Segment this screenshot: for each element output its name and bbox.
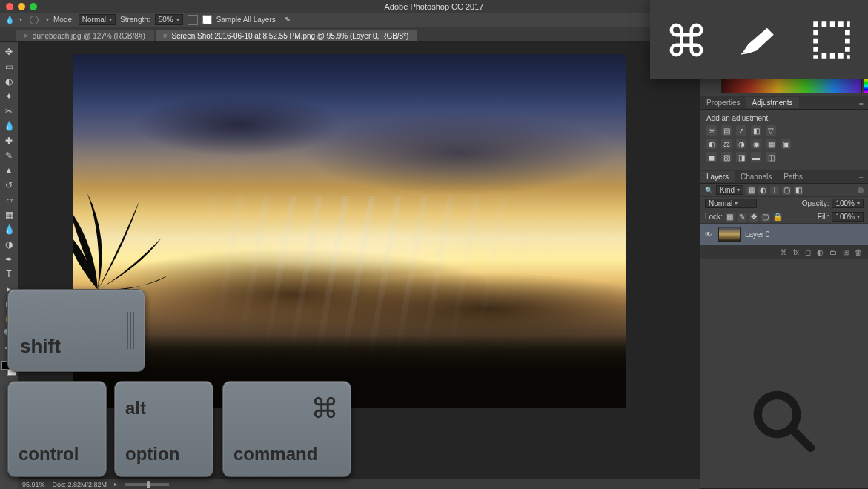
history-brush-tool-icon[interactable]: ↺ [1,179,16,192]
clone-stamp-tool-icon[interactable]: ▲ [1,164,16,177]
close-icon[interactable]: × [163,32,168,40]
tab-channels[interactable]: Channels [735,171,778,182]
layer-name[interactable]: Layer 0 [745,230,769,239]
layer-thumbnail[interactable] [718,227,741,242]
opacity-select[interactable]: 100% ▾ [832,199,864,208]
svg-line-18 [791,428,810,448]
key-label: shift [20,335,61,358]
lock-position-icon[interactable]: ✥ [749,213,758,222]
chevron-down-icon[interactable]: ▾ [46,16,49,23]
kind-label: Kind [720,186,735,194]
panel-menu-icon[interactable]: ≡ [855,173,868,182]
eyedropper-tool-icon[interactable]: 💧 [1,119,16,133]
document-tab[interactable]: × Screen Shot 2016-06-10 at 8.52.55 PM.p… [156,30,418,41]
command-icon [312,395,337,420]
healing-brush-tool-icon[interactable]: ✚ [1,134,16,147]
svg-rect-1 [813,21,818,27]
blend-mode-select[interactable]: Normal ▾ [705,199,757,208]
curves-icon[interactable]: ↗ [736,125,746,136]
command-key: command [222,381,351,477]
document-canvas[interactable] [73,54,626,408]
levels-icon[interactable]: ▤ [721,125,732,136]
black-white-icon[interactable]: ◑ [736,139,746,149]
window-close-icon[interactable] [6,3,13,10]
marquee-tool-icon[interactable]: ▭ [1,60,16,73]
svg-rect-11 [845,47,850,52]
photo-filter-icon[interactable]: ◉ [751,139,761,149]
chevron-down-icon[interactable]: ▾ [19,16,22,23]
gradient-map-icon[interactable]: ▬ [751,152,761,162]
crop-tool-icon[interactable]: ✂ [1,104,16,118]
exposure-icon[interactable]: ◧ [751,125,761,136]
mode-select[interactable]: Normal ▾ [79,14,116,25]
move-tool-icon[interactable]: ✥ [1,45,16,59]
lock-image-icon[interactable]: ✎ [738,213,746,222]
airbrush-icon[interactable] [188,15,198,25]
dodge-tool-icon[interactable]: ◑ [1,238,16,251]
lock-artboard-icon[interactable]: ▢ [761,213,770,222]
svg-rect-7 [845,30,850,35]
delete-layer-icon[interactable]: 🗑 [855,248,862,256]
highlighter-icon [739,24,779,56]
tab-layers[interactable]: Layers [700,171,735,182]
zoom-slider[interactable] [125,483,169,486]
window-minimize-icon[interactable] [18,3,25,10]
fill-select[interactable]: 100% ▾ [832,212,864,222]
chevron-down-icon: ▾ [109,16,112,23]
color-lookup-icon[interactable]: ▣ [781,139,791,149]
invert-icon[interactable]: ◼ [706,152,717,162]
hue-saturation-icon[interactable]: ◐ [706,139,717,149]
shift-key: shift [7,289,145,372]
tablet-pressure-icon[interactable]: ✎ [285,16,291,24]
brightness-contrast-icon[interactable]: ☀ [706,125,717,136]
close-icon[interactable]: × [24,32,28,40]
type-tool-icon[interactable]: T [1,267,16,281]
lasso-tool-icon[interactable]: ◐ [1,75,16,88]
gradient-tool-icon[interactable]: ▦ [1,208,16,222]
chevron-right-icon[interactable]: ▸ [114,481,117,488]
pen-tool-icon[interactable]: ✒ [1,253,16,266]
lock-all-icon[interactable]: 🔒 [773,213,782,222]
new-fill-layer-icon[interactable]: ◐ [817,248,824,256]
sample-all-layers-checkbox[interactable] [202,15,212,24]
eraser-tool-icon[interactable]: ▱ [1,193,16,207]
svg-rect-2 [822,21,827,27]
filter-type-select[interactable]: Kind ▾ [716,185,743,195]
color-balance-icon[interactable]: ⚖ [721,139,732,149]
filter-adjustment-icon[interactable]: ◐ [758,186,767,195]
selective-color-icon[interactable]: ◫ [766,152,776,162]
tool-preset-icon[interactable]: 💧 [4,15,15,25]
filter-pixel-icon[interactable]: ▦ [746,186,755,195]
brush-tool-icon[interactable]: ✎ [1,149,16,162]
link-layers-icon[interactable]: ⌘ [780,248,787,256]
doc-size[interactable]: Doc: 2.82M/2.82M [53,481,107,488]
tab-adjustments[interactable]: Adjustments [746,97,799,108]
window-zoom-icon[interactable] [30,3,37,10]
lock-transparent-icon[interactable]: ▦ [726,213,735,222]
threshold-icon[interactable]: ◨ [736,152,746,162]
magic-wand-tool-icon[interactable]: ✦ [1,90,16,103]
new-layer-icon[interactable]: ⊞ [843,248,849,256]
visibility-toggle-icon[interactable]: 👁 [705,230,714,239]
tab-paths[interactable]: Paths [778,171,809,182]
filter-type-icon[interactable]: T [770,186,779,195]
channel-mixer-icon[interactable]: ▦ [766,139,776,149]
new-group-icon[interactable]: 🗀 [829,248,837,256]
posterize-icon[interactable]: ▨ [721,152,732,162]
svg-rect-5 [847,21,850,27]
filter-toggle-icon[interactable] [858,187,864,193]
vibrance-icon[interactable]: ▽ [766,125,776,136]
zoom-level[interactable]: 95.91% [22,481,45,488]
blur-tool-icon[interactable]: 💧 [1,223,16,236]
tab-properties[interactable]: Properties [700,97,746,108]
layer-row[interactable]: 👁 Layer 0 [700,224,868,245]
filter-shape-icon[interactable]: ▢ [782,186,791,195]
brush-preview-icon[interactable] [30,16,39,24]
panel-menu-icon[interactable]: ≡ [855,99,868,107]
document-tab[interactable]: × dunebeach.jpg @ 127% (RGB/8#) [16,30,154,41]
layer-style-icon[interactable]: fx [793,248,799,256]
layer-mask-icon[interactable]: ◻ [805,248,811,256]
filter-smart-icon[interactable]: ◧ [794,186,803,195]
strength-select[interactable]: 50% ▾ [155,14,183,25]
mode-label: Mode: [53,16,74,24]
